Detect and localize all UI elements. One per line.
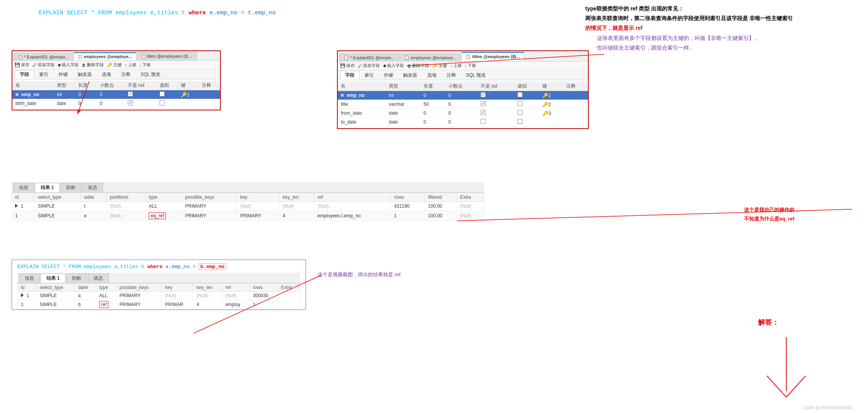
r-sub-tab-trigger[interactable]: 触发器 [398, 71, 422, 80]
table-row[interactable]: birth_date date 0 0 [12, 99, 220, 108]
sub-tab-field[interactable]: 字段 [15, 70, 34, 79]
r-move-up-button[interactable]: ↑ 上移 [450, 63, 462, 69]
r-delete-field-icon: 🗑 [407, 64, 411, 68]
insert-field-button[interactable]: ◆ 插入字段 [58, 62, 79, 68]
results-tab-bar: 信息 结果 1 剖析 状态 [12, 182, 484, 193]
sub-tab-comment[interactable]: 注释 [116, 70, 136, 79]
down-icon: ↓ [139, 63, 142, 67]
r-add-field-button[interactable]: 🖊 添加字段 [358, 63, 380, 69]
row-arrow-icon-1 [15, 204, 18, 208]
annotation-rt-line4: 这张表里面有多个字段都设置为主键的，叫做【非唯一主键索引】， [585, 33, 856, 43]
table-row[interactable]: emp_no int 0 0 🔑1 [338, 91, 588, 100]
b-key-header: key [162, 284, 193, 292]
table-row: 1 SIMPLE e (Null) eq_ref PRIMARY PRIMARY… [12, 211, 484, 221]
r-select-type-header: select_type [34, 193, 81, 202]
r-sub-tab-fk[interactable]: 外键 [379, 71, 398, 80]
table-row[interactable]: from_date date 0 0 🔑3 [338, 109, 588, 118]
add-field-button[interactable]: 🖊 添加字段 [33, 62, 55, 68]
table-row[interactable]: to_date date 0 0 [338, 118, 588, 127]
left-tab-employees[interactable]: 📋 employees @employe... [74, 52, 136, 60]
delete-field-button[interactable]: 🗑 删除字段 [82, 62, 104, 68]
eq-ref-badge: eq_ref [149, 212, 166, 219]
emp-no-cell: emp_no [12, 90, 54, 99]
sub-tab-option[interactable]: 选项 [97, 70, 116, 79]
r-save-button[interactable]: 💾 保存 [340, 63, 355, 69]
r-key-len-header: key_len [280, 193, 315, 202]
r-sub-tab-index[interactable]: 索引 [359, 71, 379, 80]
annotation-rt-line1: type联接类型中的 ref 类型 出现的常见： [585, 4, 856, 14]
r-filtered-header: filtered [425, 193, 457, 202]
b-tab-profile[interactable]: 剖析 [66, 274, 87, 283]
sub-tab-index[interactable]: 索引 [34, 70, 53, 79]
r-partitions-header: partitions [107, 193, 146, 202]
annotation-rt-line3: 的情况下，就是显示 ref [585, 23, 856, 33]
col-key-header: 键 [178, 81, 199, 90]
bottom-results-table: id select_type table type possible_keys … [17, 283, 300, 310]
right-tab-explain[interactable]: 📋 * Explain001 @emplo... [339, 53, 399, 61]
r-key-header: key [237, 193, 280, 202]
b-rows-header: rows [249, 284, 278, 292]
table-row: 1 SIMPLE a ALL PRIMARY (Null) (Null) (Nu… [18, 292, 300, 300]
annotation-rt-line2: 两张表关联查询时，第二张表查询条件的字段使用到索引且该字段是 非唯一性主键索引 [585, 14, 856, 23]
up-icon: ↑ [125, 63, 127, 67]
b-tab-status[interactable]: 状态 [88, 274, 109, 283]
table-row[interactable]: title varchar 50 0 🔑2 [338, 100, 588, 109]
col-notnull-header: 不是 nul [125, 81, 156, 90]
primary-key-button[interactable]: 🔑 主键 [107, 62, 122, 68]
r-type-header: type [146, 193, 182, 202]
col-name-header: 名 [12, 81, 39, 90]
left-panel-border: 📋 * Explain001 @emplo... 📋 employees @em… [12, 50, 221, 110]
results-tab-result1[interactable]: 结果 1 [35, 183, 60, 192]
sub-tab-trigger[interactable]: 触发器 [73, 70, 97, 79]
left-tab-explain[interactable]: 📋 * Explain001 @emplo... [14, 53, 73, 60]
col-decimal-header: 小数点 [97, 81, 125, 90]
results-table: id select_type table partitions type pos… [12, 193, 484, 221]
sub-tab-fk[interactable]: 外键 [53, 70, 73, 79]
b-tab-result1[interactable]: 结果 1 [41, 274, 65, 283]
r-add-field-icon: 🖊 [358, 64, 362, 68]
col-type-header [39, 81, 54, 90]
b-tab-info[interactable]: 信息 [19, 274, 40, 283]
r-sub-tab-comment[interactable]: 注释 [442, 71, 461, 80]
r-insert-field-button[interactable]: ◆ 插入字段 [383, 63, 404, 69]
bottom-sql-area: EXPLAIN SELECT * FROM employees a,titles… [12, 260, 306, 310]
move-up-button[interactable]: ↑ 上移 [125, 62, 136, 68]
right-table-panel: 📋 * Explain001 @emplo... 📋 employees @em… [337, 50, 589, 129]
results-tab-status[interactable]: 状态 [82, 183, 103, 192]
col-type-val-header: 类型 [54, 81, 75, 90]
r-sub-tab-sql[interactable]: SQL 预览 [461, 71, 491, 80]
r-up-icon: ↑ [450, 64, 452, 68]
r-sub-tab-field[interactable]: 字段 [340, 71, 359, 80]
r-tab-icon-2: 📋 [404, 55, 409, 60]
results-tab-info[interactable]: 信息 [13, 183, 34, 192]
right-tab-employees[interactable]: 📋 employees @employe... [400, 53, 461, 61]
sub-tab-sql[interactable]: SQL 预览 [136, 70, 165, 79]
results-tab-profile[interactable]: 剖析 [60, 183, 81, 192]
r-primary-key-button[interactable]: 🔑 主键 [432, 63, 447, 69]
b-type-header: type [96, 284, 116, 292]
save-button[interactable]: 💾 保存 [15, 62, 29, 68]
r-col-virtual-header: 虚拟 [514, 82, 539, 91]
move-down-button[interactable]: ↓ 下移 [139, 62, 151, 68]
right-tab-titles[interactable]: 📋 titles @employees (自... [461, 52, 524, 61]
r-virtual-check-2 [517, 101, 523, 106]
r-virtual-check-4 [517, 119, 523, 124]
b-select-type-header: select_type [36, 284, 75, 292]
right-data-table: 名 类型 长度 小数点 不是 nul 虚拟 键 注释 [338, 82, 588, 127]
r-delete-field-button[interactable]: 🗑 删除字段 [407, 63, 429, 69]
right-sub-tab-bar: 字段 索引 外键 触发器 选项 注释 SQL 预览 [338, 70, 588, 80]
r-sub-tab-option[interactable]: 选项 [422, 71, 442, 80]
table-row[interactable]: emp_no int 0 0 🔑1 [12, 90, 220, 99]
b-row-arrow-icon-1 [21, 293, 24, 297]
sql-where: where [189, 10, 206, 16]
add-field-icon: 🖊 [33, 63, 37, 67]
svg-line-6 [786, 376, 806, 397]
left-tab-titles[interactable]: 📋 titles @employees (自... [137, 52, 197, 60]
left-data-table: 名 类型 长度 小数点 不是 nul 虚拟 键 注释 [12, 81, 220, 108]
annotation-rt-line5: 也叫做联合主键索引，跟组合索引一样。 [585, 43, 856, 53]
b-key-len-header: key_len [193, 284, 222, 292]
left-sub-tab-bar: 字段 索引 外键 触发器 选项 注释 SQL 预览 [12, 69, 220, 79]
r-move-down-button[interactable]: ↓ 下移 [465, 63, 476, 69]
svg-line-5 [767, 376, 786, 397]
bottom-sql-text: EXPLAIN SELECT * FROM employees a,titles… [17, 264, 300, 270]
